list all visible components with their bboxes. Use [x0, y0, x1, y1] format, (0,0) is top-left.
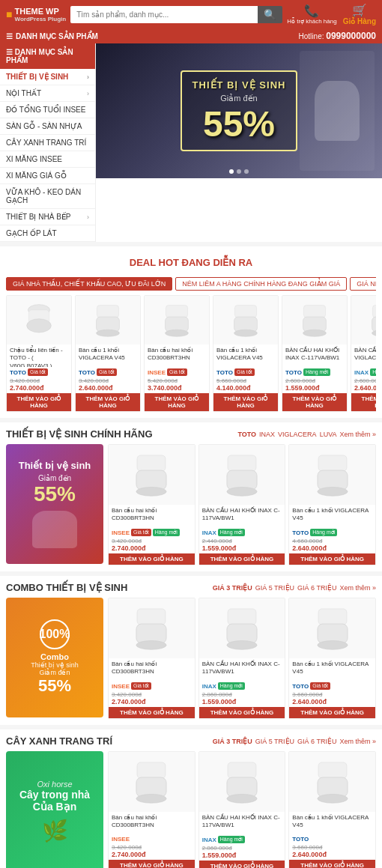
price-row: 2.640.000đ [289, 544, 375, 553]
banner-dot-2[interactable] [237, 169, 241, 174]
svg-point-41 [227, 794, 257, 803]
svg-rect-19 [136, 470, 166, 490]
header: ■ THEME WP WordPress Plugin 🔍 📞 Hỗ trợ k… [0, 0, 382, 28]
cayxanh-section: CÂY XANH TRANG TRÍ GIÁ 3 TRIỆU GIÁ 5 TRI… [0, 729, 382, 868]
vesinh-header: THIẾT BỊ VỆ SINH CHÍNH HÃNG TOTO INAX VI… [6, 428, 376, 440]
sidebar-item-dotong[interactable]: ĐỒ TỔNG TUỔI INSEE [0, 102, 95, 118]
price-row: 1.559.000đ [199, 698, 285, 707]
add-to-cart-button[interactable]: THÊM VÀO GIỎ HÀNG [199, 553, 285, 565]
filter-inax[interactable]: INAX [259, 431, 275, 438]
current-price: 2.640.000đ [354, 384, 376, 392]
product-image [289, 445, 375, 505]
vesinh-banner-text: Thiết bị vệ sinh Giảm đến 55% [13, 454, 97, 554]
old-price: 5.420.000đ [145, 377, 209, 384]
filter-5trieu-cx[interactable]: GIÁ 5 TRIỆU [255, 738, 294, 745]
combo-title: COMBO THIẾT BỊ VỆ SINH [6, 582, 127, 593]
deal-product-3: Bàn cầu hai khối CD300BRT3HN INSEE Giá t… [144, 295, 210, 412]
combo-see-more[interactable]: Xem thêm » [339, 584, 376, 592]
filter-5trieu[interactable]: GIÁ 5 TRIỆU [255, 584, 294, 592]
filter-viglacera[interactable]: VIGLACERA [278, 431, 317, 438]
price-row: 2.640.000đ [289, 851, 375, 860]
badge-gia-tot: Giá tốt [310, 682, 330, 690]
brand-badge: TOTO [289, 834, 375, 844]
svg-point-8 [166, 330, 189, 336]
badge-hang-moi: Hàng mới [218, 529, 245, 536]
filter-6trieu-cx[interactable]: GIÁ 6 TRIỆU [297, 738, 336, 745]
sidebar-item-cayxanh[interactable]: CÂY XANH TRANG TRÍ [0, 135, 95, 151]
sidebar-item-sango[interactable]: SÀN GỖ - SÀN NHỰA [0, 118, 95, 135]
svg-rect-43 [318, 777, 348, 797]
product-image [199, 752, 285, 812]
deal-tab-2[interactable]: NÉM LIÊM A HÀNG CHÍNH HÀNG ĐANG GIẢM GIÁ [175, 277, 347, 291]
svg-rect-30 [228, 608, 256, 624]
add-to-cart-button[interactable]: THÊM VÀO GIỎ HÀNG [7, 393, 71, 411]
sidebar-item-nhabep[interactable]: THIẾT BỊ NHÀ BẾP› [0, 209, 95, 225]
svg-rect-21 [228, 455, 256, 470]
add-to-cart-button[interactable]: THÊM VÀO GIỎ HÀNG [109, 553, 195, 565]
cart-icon-area[interactable]: 🛒 Giỏ Hàng [343, 3, 376, 25]
svg-point-35 [318, 640, 348, 649]
brand-badge: INAX Hàng mới [199, 834, 285, 845]
brand-logo: TOTO [79, 369, 95, 376]
add-to-cart-button[interactable]: THÊM VÀO GIỎ HÀNG [282, 393, 347, 411]
deal-section: DEAL HOT ĐANG DIỄN RA GIÁ NHÀ THẦU, CHIẾ… [0, 246, 382, 418]
combo-product-3: Bàn cầu 1 khối VIGLACERA V45 TOTO Giá tố… [288, 598, 376, 719]
svg-rect-18 [137, 455, 166, 470]
filter-toto[interactable]: TOTO [237, 431, 256, 438]
svg-rect-4 [97, 317, 120, 332]
banner-dot-1[interactable] [229, 169, 234, 174]
add-to-cart-button[interactable]: THÊM VÀO GIỎ HÀNG [213, 393, 278, 411]
search-bar[interactable]: 🔍 [70, 6, 282, 23]
hero-banner[interactable]: THIẾT BỊ VỆ SINH Giảm đến 55% [96, 43, 382, 178]
add-to-cart-button[interactable]: THÊM VÀO GIỎ HÀNG [289, 860, 375, 868]
old-price: 2.600.000đ [282, 377, 347, 384]
add-to-cart-button[interactable]: THÊM VÀO GIỎ HÀNG [351, 393, 376, 411]
vesinh-see-more[interactable]: Xem thêm » [339, 431, 376, 438]
price-row: 2.640.000đ [351, 384, 376, 393]
product-image [109, 445, 195, 505]
vesinh-title: THIẾT BỊ VỆ SINH CHÍNH HÃNG [6, 428, 153, 440]
sidebar-item-vesinh[interactable]: THIẾT BỊ VỆ SINH› [0, 69, 95, 85]
svg-rect-16 [372, 317, 376, 332]
add-to-cart-button[interactable]: THÊM VÀO GIỎ HÀNG [109, 707, 195, 718]
brand-logo: INSEE [112, 529, 130, 536]
combo-product-1: Bàn cầu hai khối CD300BRT3HN INSEE Giá t… [108, 598, 195, 719]
brand-logo: INSEE [148, 369, 166, 376]
add-to-cart-button[interactable]: THÊM VÀO GIỎ HÀNG [199, 707, 285, 718]
badge-gia-tot: Giá tốt [167, 368, 187, 376]
sidebar-item-gach[interactable]: GẠCH ỐP LÁT [0, 225, 95, 242]
sidebar: ☰ DANH MỤC SẢN PHẨM THIẾT BỊ VỆ SINH› NỘ… [0, 43, 96, 242]
price-row: 2.740.000đ [109, 698, 195, 707]
add-to-cart-button[interactable]: THÊM VÀO GIỎ HÀNG [109, 860, 195, 868]
site-logo[interactable]: ■ THEME WP WordPress Plugin [6, 7, 66, 22]
badge-gia-tot: Giá tốt [131, 682, 151, 690]
combo-banner: 100% Combo Thiết bị vệ sinh Giảm đến 55% [6, 598, 103, 717]
sidebar-item-ximang-insee[interactable]: XI MĂNG INSEE [0, 151, 95, 168]
deal-tab-3[interactable]: GIÁ NHÀ THẦU, CHIẾT KHẤU CAO, ƯU ĐÃI LỚN [350, 277, 376, 291]
sidebar-item-vua-keo[interactable]: VỮA KHÔ - KEO DÁN GẠCH [0, 184, 95, 209]
filter-3trieu-cx[interactable]: GIÁ 3 TRIỆU [213, 738, 252, 745]
sidebar-item-ximang-giago[interactable]: XI MĂNG GIÁ GỖ [0, 168, 95, 184]
deal-tab-1[interactable]: GIÁ NHÀ THẦU, CHIẾT KHẤU CAO, ƯU ĐÃI LỚN [6, 277, 172, 291]
search-button[interactable]: 🔍 [258, 6, 282, 23]
menu-button[interactable]: ☰ DANH MỤC SẢN PHẨM [6, 32, 98, 40]
add-to-cart-button[interactable]: THÊM VÀO GIỎ HÀNG [199, 861, 285, 868]
combo-header: COMBO THIẾT BỊ VỆ SINH GIÁ 3 TRIỆU GIÁ 5… [6, 582, 376, 593]
svg-point-38 [136, 794, 166, 803]
product-image [109, 598, 195, 658]
add-to-cart-button[interactable]: THÊM VÀO GIỎ HÀNG [289, 553, 375, 565]
brand-logo: INAX [202, 529, 216, 536]
cayxanh-see-more[interactable]: Xem thêm » [339, 738, 376, 745]
sidebar-item-noithat[interactable]: NỘI THẤT› [0, 85, 95, 102]
add-to-cart-button[interactable]: THÊM VÀO GIỎ HÀNG [76, 393, 140, 411]
svg-rect-12 [303, 305, 325, 317]
search-input[interactable] [70, 6, 258, 23]
filter-6trieu[interactable]: GIÁ 6 TRIỆU [297, 584, 336, 592]
add-to-cart-button[interactable]: THÊM VÀO GIỎ HÀNG [289, 707, 375, 718]
current-price: 1.559.000đ [285, 384, 320, 392]
navbar: ☰ DANH MỤC SẢN PHẨM Hotline: 0999000000 [0, 28, 382, 43]
add-to-cart-button[interactable]: THÊM VÀO GIỎ HÀNG [145, 393, 209, 411]
filter-luva[interactable]: LUVA [320, 431, 337, 438]
filter-3trieu[interactable]: GIÁ 3 TRIỆU [213, 584, 252, 592]
banner-dot-3[interactable] [244, 169, 249, 174]
